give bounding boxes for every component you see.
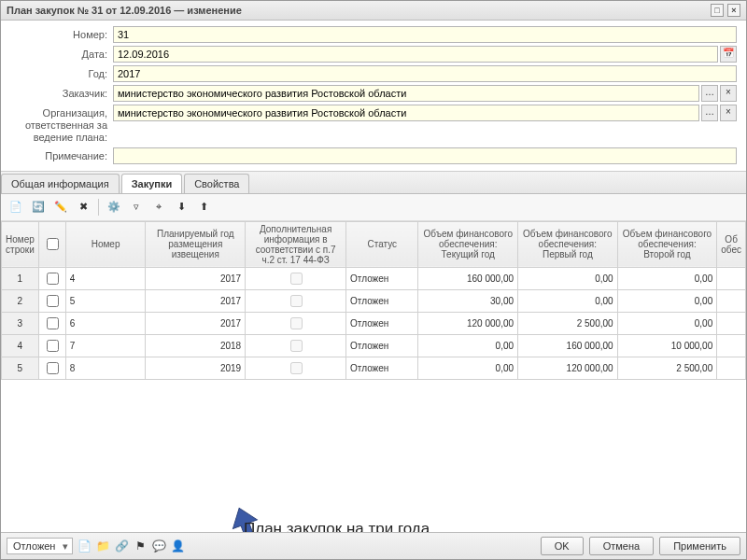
number-field[interactable]	[113, 26, 737, 43]
extra-checkbox	[290, 362, 303, 374]
cell-fin-y2: 0,00	[617, 289, 717, 312]
funnel-icon[interactable]: ⌖	[149, 198, 168, 217]
col-fin-y1[interactable]: Объем финансового обеспечения: Первый го…	[518, 221, 618, 267]
import-icon[interactable]: ⬇	[172, 198, 190, 217]
table-row[interactable]: 142017Отложен160 000,000,000,00	[2, 267, 746, 289]
extra-checkbox	[290, 273, 303, 285]
col-check[interactable]	[38, 221, 65, 267]
tab-properties[interactable]: Свойства	[184, 174, 249, 193]
cell-year: 2019	[146, 357, 246, 379]
filter-icon[interactable]: ▿	[127, 198, 146, 217]
col-extra[interactable]: Дополнительная информация в соответствии…	[246, 221, 346, 267]
svg-marker-0	[227, 507, 264, 532]
cell-check[interactable]	[38, 357, 65, 379]
cell-fin-y2: 10 000,00	[617, 334, 717, 357]
cell-fin-cur: 160 000,00	[418, 267, 518, 289]
org-field[interactable]	[113, 105, 699, 121]
cell-fin-y2: 0,00	[617, 267, 717, 289]
cell-more	[717, 267, 746, 289]
cell-rownum: 1	[2, 267, 39, 289]
cell-fin-cur: 30,00	[418, 289, 518, 312]
cell-fin-cur: 0,00	[418, 334, 518, 357]
cell-rownum: 2	[2, 289, 39, 312]
flag-icon[interactable]: ⚑	[133, 539, 148, 553]
doc-icon[interactable]: 📄	[77, 539, 92, 553]
row-checkbox[interactable]	[47, 340, 59, 352]
cell-year: 2017	[146, 267, 246, 289]
col-number[interactable]: Номер	[65, 221, 146, 267]
col-status[interactable]: Статус	[346, 221, 418, 267]
cell-fin-y2: 0,00	[617, 312, 717, 334]
ellipsis-icon[interactable]: …	[701, 85, 718, 102]
row-checkbox[interactable]	[47, 295, 59, 307]
window-title: План закупок № 31 от 12.09.2016 — измене…	[7, 5, 242, 16]
cell-check[interactable]	[38, 289, 65, 312]
ok-button[interactable]: OK	[541, 537, 584, 555]
form-area: Номер: Дата: 📅 Год: Заказчик: … × Органи…	[1, 21, 746, 171]
cell-extra	[246, 312, 346, 334]
date-field[interactable]	[113, 46, 718, 63]
cancel-button[interactable]: Отмена	[589, 537, 654, 555]
clear-icon[interactable]: ×	[720, 105, 737, 121]
close-icon[interactable]: ×	[727, 4, 740, 17]
delete-icon[interactable]: ✖	[74, 198, 92, 217]
chat-icon[interactable]: 💬	[151, 539, 166, 553]
cell-number: 6	[65, 312, 146, 334]
cell-check[interactable]	[38, 334, 65, 357]
titlebar: План закупок № 31 от 12.09.2016 — измене…	[1, 1, 746, 21]
year-field[interactable]	[113, 65, 737, 82]
cell-check[interactable]	[38, 267, 65, 289]
note-field[interactable]	[113, 147, 737, 164]
cell-status: Отложен	[346, 267, 418, 289]
customer-field[interactable]	[113, 85, 699, 102]
cell-status: Отложен	[346, 357, 418, 379]
cell-fin-y1: 0,00	[518, 267, 618, 289]
row-checkbox[interactable]	[47, 362, 59, 374]
refresh-icon[interactable]: 🔄	[29, 198, 48, 217]
col-rownum[interactable]: Номер строки	[2, 221, 39, 267]
new-icon[interactable]: 📄	[7, 198, 25, 217]
folder-icon[interactable]: 📁	[95, 539, 110, 553]
select-all-checkbox[interactable]	[47, 238, 59, 250]
label-note: Примечание:	[10, 147, 113, 161]
table-wrap: Номер строки Номер Планируемый год разме…	[1, 221, 746, 532]
row-checkbox[interactable]	[47, 273, 59, 285]
extra-checkbox	[290, 317, 303, 329]
col-year[interactable]: Планируемый год размещения извещения	[146, 221, 246, 267]
data-table: Номер строки Номер Планируемый год разме…	[1, 221, 746, 380]
maximize-icon[interactable]: □	[711, 4, 724, 17]
export-icon[interactable]: ⬆	[194, 198, 213, 217]
cell-fin-y2: 2 500,00	[617, 357, 717, 379]
link-icon[interactable]: 🔗	[114, 539, 129, 553]
edit-icon[interactable]: ✏️	[51, 198, 70, 217]
col-fin-cur[interactable]: Объем финансового обеспечения: Текущий г…	[418, 221, 518, 267]
gear-icon[interactable]: ⚙️	[105, 198, 123, 217]
cell-fin-y1: 160 000,00	[518, 334, 618, 357]
row-checkbox[interactable]	[47, 317, 59, 329]
label-year: Год:	[10, 65, 113, 79]
cell-status: Отложен	[346, 312, 418, 334]
cell-rownum: 5	[2, 357, 39, 379]
toolbar: 📄 🔄 ✏️ ✖ ⚙️ ▿ ⌖ ⬇ ⬆	[1, 194, 746, 221]
user-icon[interactable]: 👤	[170, 539, 185, 553]
cell-fin-y1: 2 500,00	[518, 312, 618, 334]
col-fin-y2[interactable]: Объем финансового обеспечения: Второй го…	[617, 221, 717, 267]
table-row[interactable]: 362017Отложен120 000,002 500,000,00	[2, 312, 746, 334]
table-row[interactable]: 472018Отложен0,00160 000,0010 000,00	[2, 334, 746, 357]
cell-fin-y1: 0,00	[518, 289, 618, 312]
cell-check[interactable]	[38, 312, 65, 334]
table-row[interactable]: 582019Отложен0,00120 000,002 500,00	[2, 357, 746, 379]
ellipsis-icon[interactable]: …	[701, 105, 718, 121]
clear-icon[interactable]: ×	[720, 85, 737, 102]
table-row[interactable]: 252017Отложен30,000,000,00	[2, 289, 746, 312]
apply-button[interactable]: Применить	[659, 537, 740, 555]
date-picker-icon[interactable]: 📅	[720, 46, 737, 63]
tab-general[interactable]: Общая информация	[1, 174, 120, 193]
cell-number: 7	[65, 334, 146, 357]
tab-purchases[interactable]: Закупки	[121, 174, 183, 193]
col-fin-more[interactable]: Об обес	[717, 221, 746, 267]
status-select[interactable]: Отложен	[7, 538, 73, 554]
annotation-arrow-icon	[225, 507, 268, 532]
cell-year: 2018	[146, 334, 246, 357]
cell-year: 2017	[146, 289, 246, 312]
